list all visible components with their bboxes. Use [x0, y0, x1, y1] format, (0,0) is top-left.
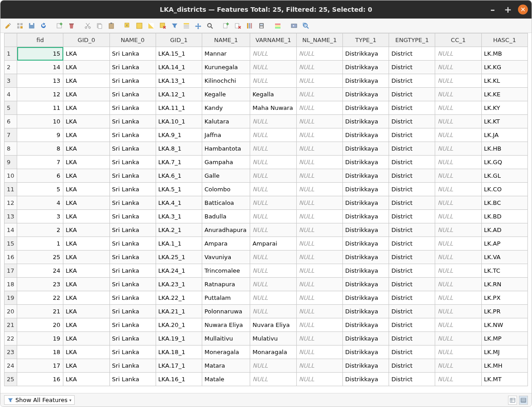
cell[interactable]: Sri Lanka: [109, 61, 156, 74]
close-button[interactable]: ✕: [518, 5, 528, 14]
row-header[interactable]: 11: [5, 183, 17, 196]
cell[interactable]: Sri Lanka: [109, 210, 156, 223]
zoom-to-selected-button[interactable]: [205, 21, 215, 31]
cell[interactable]: 13: [17, 74, 63, 88]
cell[interactable]: LK.PX: [481, 291, 527, 305]
cell[interactable]: District: [389, 305, 435, 318]
cell[interactable]: LKA.14_1: [156, 61, 202, 74]
delete-feature-button[interactable]: [66, 21, 76, 31]
cell[interactable]: 10: [17, 115, 63, 128]
cell[interactable]: Distrikkaya: [343, 115, 389, 128]
cell[interactable]: Kegalle: [202, 88, 250, 101]
cell[interactable]: Sri Lanka: [109, 128, 156, 142]
form-view-button[interactable]: [519, 396, 528, 405]
cell[interactable]: NULL: [250, 61, 297, 74]
row-header[interactable]: 8: [5, 142, 17, 156]
cell[interactable]: NULL: [296, 373, 342, 386]
cell[interactable]: Sri Lanka: [109, 318, 156, 332]
actions-button[interactable]: [289, 21, 299, 31]
multiedit-button[interactable]: [15, 21, 25, 31]
cell[interactable]: LK.BC: [481, 196, 527, 210]
cell[interactable]: NULL: [296, 128, 342, 142]
cell[interactable]: District: [389, 101, 435, 115]
cell[interactable]: LKA: [63, 223, 109, 237]
cell[interactable]: Sri Lanka: [109, 332, 156, 345]
cell[interactable]: District: [389, 183, 435, 196]
cell[interactable]: NULL: [250, 278, 297, 291]
cell[interactable]: LKA.15_1: [156, 47, 202, 61]
cell[interactable]: LKA.3_1: [156, 210, 202, 223]
cell[interactable]: District: [389, 318, 435, 332]
cell[interactable]: NULL: [435, 47, 481, 61]
cell[interactable]: NULL: [296, 169, 342, 183]
cell[interactable]: Colombo: [202, 183, 250, 196]
cell[interactable]: LKA.24_1: [156, 264, 202, 278]
cell[interactable]: LK.MB: [481, 47, 527, 61]
cell[interactable]: 5: [17, 183, 63, 196]
cell[interactable]: Sri Lanka: [109, 278, 156, 291]
cell[interactable]: District: [389, 345, 435, 359]
cell[interactable]: NULL: [250, 115, 297, 128]
cell[interactable]: NULL: [296, 264, 342, 278]
cell[interactable]: LK.BD: [481, 210, 527, 223]
cell[interactable]: District: [389, 373, 435, 386]
cell[interactable]: LKA.21_1: [156, 305, 202, 318]
col-header-name0[interactable]: NAME_0: [109, 33, 156, 47]
cell[interactable]: NULL: [296, 88, 342, 101]
cell[interactable]: LK.MJ: [481, 345, 527, 359]
cell[interactable]: 6: [17, 169, 63, 183]
row-header[interactable]: 1: [5, 47, 17, 61]
cell[interactable]: NULL: [296, 142, 342, 156]
cell[interactable]: NULL: [250, 128, 297, 142]
cell[interactable]: LKA: [63, 47, 109, 61]
cell[interactable]: Amparai: [250, 237, 297, 251]
cell[interactable]: District: [389, 142, 435, 156]
cell[interactable]: NULL: [296, 345, 342, 359]
cell[interactable]: NULL: [250, 291, 297, 305]
cell[interactable]: LK.HB: [481, 142, 527, 156]
col-header-fid[interactable]: fid: [17, 33, 63, 47]
cell[interactable]: Batticaloa: [202, 196, 250, 210]
cell[interactable]: NULL: [296, 61, 342, 74]
cell[interactable]: Hambantota: [202, 142, 250, 156]
row-header[interactable]: 15: [5, 237, 17, 251]
cell[interactable]: District: [389, 169, 435, 183]
table-view-button[interactable]: [508, 396, 517, 405]
cell[interactable]: LK.KT: [481, 115, 527, 128]
cell[interactable]: NULL: [296, 74, 342, 88]
cell[interactable]: NULL: [296, 318, 342, 332]
cell[interactable]: Distrikkaya: [343, 47, 389, 61]
cell[interactable]: District: [389, 88, 435, 101]
minimize-button[interactable]: –: [487, 4, 498, 15]
cell[interactable]: NULL: [435, 169, 481, 183]
cell[interactable]: NULL: [250, 196, 297, 210]
cell[interactable]: NULL: [435, 115, 481, 128]
cell[interactable]: Distrikkaya: [343, 264, 389, 278]
row-header[interactable]: 21: [5, 318, 17, 332]
cell[interactable]: LKA.9_1: [156, 128, 202, 142]
cell[interactable]: LKA.25_1: [156, 251, 202, 264]
col-header-varname1[interactable]: VARNAME_1: [250, 33, 297, 47]
cell[interactable]: Gampaha: [202, 156, 250, 169]
cell[interactable]: Distrikkaya: [343, 237, 389, 251]
cell[interactable]: LKA: [63, 115, 109, 128]
row-header[interactable]: 16: [5, 251, 17, 264]
cell[interactable]: LK.KE: [481, 88, 527, 101]
cell[interactable]: LKA: [63, 345, 109, 359]
cell[interactable]: LKA.23_1: [156, 278, 202, 291]
cell[interactable]: District: [389, 61, 435, 74]
col-header-hasc1[interactable]: HASC_1: [481, 33, 527, 47]
cell[interactable]: NULL: [435, 61, 481, 74]
cell[interactable]: 18: [17, 345, 63, 359]
cell[interactable]: Sri Lanka: [109, 264, 156, 278]
cell[interactable]: NULL: [296, 183, 342, 196]
cell[interactable]: Monaragala: [250, 345, 297, 359]
cell[interactable]: District: [389, 115, 435, 128]
cell[interactable]: LK.CO: [481, 183, 527, 196]
delete-field-button[interactable]: [233, 21, 243, 31]
cell[interactable]: District: [389, 196, 435, 210]
cell[interactable]: NULL: [435, 251, 481, 264]
cell[interactable]: NULL: [296, 115, 342, 128]
cell[interactable]: 17: [17, 359, 63, 373]
cell[interactable]: LKA.11_1: [156, 101, 202, 115]
